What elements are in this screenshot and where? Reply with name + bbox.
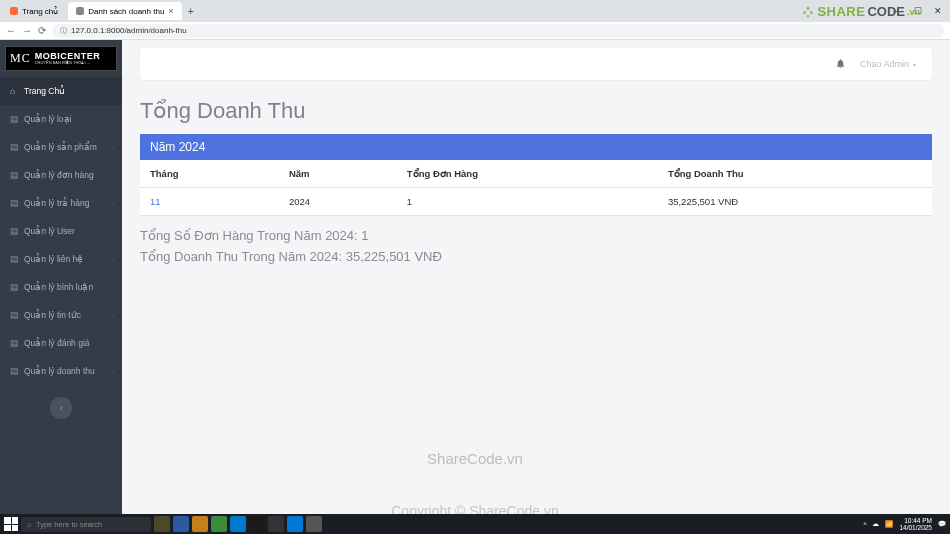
sidebar-item-7[interactable]: ▤Quản lý bình luận› — [0, 273, 122, 301]
chevron-right-icon: › — [112, 172, 114, 178]
sidebar-item-2[interactable]: ▤Quản lý sản phẩm› — [0, 133, 122, 161]
folder-icon: ▤ — [10, 198, 18, 208]
tray-time: 10:44 PM — [899, 517, 932, 524]
recycle-icon — [801, 5, 815, 19]
sidebar-item-9[interactable]: ▤Quản lý đánh giá› — [0, 329, 122, 357]
sidebar-item-label: Quản lý đơn hàng — [24, 170, 94, 180]
folder-icon: ▤ — [10, 142, 18, 152]
address-bar: ← → ⟳ ⓘ 127.0.0.1:8000/admin/doanh-thu — [0, 22, 950, 40]
folder-icon: ▤ — [10, 338, 18, 348]
sidebar-item-label: Quản lý doanh thu — [24, 366, 95, 376]
tray-cloud-icon[interactable]: ☁ — [872, 520, 879, 528]
new-tab-button[interactable]: + — [182, 5, 200, 17]
task-icon[interactable] — [211, 516, 227, 532]
chevron-right-icon: › — [112, 368, 114, 374]
sidebar-item-label: Quản lý User — [24, 226, 75, 236]
greeting-text: Chào Admin — [860, 59, 909, 69]
close-icon[interactable]: × — [168, 6, 173, 16]
sidebar-item-label: Quản lý liên hệ — [24, 254, 83, 264]
logo-sub: CHUYÊN BÁN ĐIỆN THOẠI ... — [35, 61, 101, 65]
sidebar-item-3[interactable]: ▤Quản lý đơn hàng› — [0, 161, 122, 189]
app-shell: MC MOBICENTER CHUYÊN BÁN ĐIỆN THOẠI ... … — [0, 40, 950, 514]
system-tray[interactable]: ^ ☁ 📶 10:44 PM 14/01/2025 💬 — [863, 517, 946, 531]
cell-orders: 1 — [397, 188, 658, 216]
sidebar-item-5[interactable]: ▤Quản lý User› — [0, 217, 122, 245]
close-window-button[interactable]: ✕ — [934, 6, 942, 16]
sidebar-item-label: Trang Chủ — [24, 86, 65, 96]
tab-title: Danh sách doanh thu — [88, 7, 164, 16]
tab-favicon — [76, 7, 84, 15]
bell-icon[interactable] — [835, 58, 846, 71]
sidebar-item-1[interactable]: ▤Quản lý loại› — [0, 105, 122, 133]
table-row: 112024135,225,501 VNĐ — [140, 188, 932, 216]
start-button[interactable] — [4, 517, 18, 531]
chevron-right-icon: › — [112, 256, 114, 262]
folder-icon: ▤ — [10, 170, 18, 180]
back-button[interactable]: ← — [6, 25, 16, 36]
task-icon[interactable] — [230, 516, 246, 532]
sidebar-item-label: Quản lý trả hàng — [24, 198, 89, 208]
search-icon: ⌕ — [27, 520, 32, 529]
task-icon[interactable] — [268, 516, 284, 532]
watermark-logo: SHARECODE.vn — [801, 4, 920, 19]
folder-icon: ▤ — [10, 226, 18, 236]
content: Chào Admin ▾ Tổng Doanh Thu Năm 2024 Thá… — [122, 40, 950, 514]
year-header: Năm 2024 — [140, 134, 932, 160]
sidebar-item-label: Quản lý đánh giá — [24, 338, 90, 348]
sidebar-item-4[interactable]: ▤Quản lý trả hàng› — [0, 189, 122, 217]
task-icon[interactable] — [249, 516, 265, 532]
folder-icon: ⌂ — [10, 86, 18, 96]
tray-date: 14/01/2025 — [899, 524, 932, 531]
task-icon[interactable] — [154, 516, 170, 532]
sidebar-item-label: Quản lý sản phẩm — [24, 142, 97, 152]
cell-year: 2024 — [279, 188, 397, 216]
browser-tab-2[interactable]: Danh sách doanh thu × — [68, 2, 181, 20]
task-icon[interactable] — [287, 516, 303, 532]
browser-tab-1[interactable]: Trang chủ — [2, 2, 66, 20]
info-icon: ⓘ — [60, 26, 67, 36]
task-icon[interactable] — [192, 516, 208, 532]
chevron-right-icon: › — [112, 200, 114, 206]
sidebar-item-0[interactable]: ⌂Trang Chủ — [0, 77, 122, 105]
search-placeholder: Type here to search — [36, 520, 102, 529]
summary-revenue: Tổng Doanh Thu Trong Năm 2024: 35,225,50… — [140, 247, 932, 268]
tray-wifi-icon[interactable]: 📶 — [885, 520, 893, 528]
chevron-right-icon: › — [112, 144, 114, 150]
topbar: Chào Admin ▾ — [140, 48, 932, 80]
tray-chevron-icon[interactable]: ^ — [863, 521, 866, 528]
forward-button[interactable]: → — [22, 25, 32, 36]
sidebar-item-8[interactable]: ▤Quản lý tin tức› — [0, 301, 122, 329]
sidebar-item-label: Quản lý loại — [24, 114, 71, 124]
logo[interactable]: MC MOBICENTER CHUYÊN BÁN ĐIỆN THOẠI ... — [5, 46, 117, 71]
summary: Tổng Số Đơn Hàng Trong Năm 2024: 1 Tổng … — [140, 226, 932, 268]
task-icon[interactable] — [173, 516, 189, 532]
folder-icon: ▤ — [10, 366, 18, 376]
summary-orders: Tổng Số Đơn Hàng Trong Năm 2024: 1 — [140, 226, 932, 247]
watermark-code: CODE — [867, 4, 905, 19]
sidebar-item-label: Quản lý tin tức — [24, 310, 81, 320]
sidebar-item-10[interactable]: ▤Quản lý doanh thu› — [0, 357, 122, 385]
url-text: 127.0.0.1:8000/admin/doanh-thu — [71, 26, 187, 35]
tray-clock[interactable]: 10:44 PM 14/01/2025 — [899, 517, 932, 531]
folder-icon: ▤ — [10, 114, 18, 124]
task-icon[interactable] — [306, 516, 322, 532]
cell-revenue: 35,225,501 VNĐ — [658, 188, 932, 216]
chevron-down-icon: ▾ — [913, 61, 916, 68]
sidebar-collapse-button[interactable]: ‹ — [50, 397, 72, 419]
tray-notif-icon[interactable]: 💬 — [938, 520, 946, 528]
folder-icon: ▤ — [10, 310, 18, 320]
tab-title: Trang chủ — [22, 7, 58, 16]
taskbar-search[interactable]: ⌕ Type here to search — [21, 517, 151, 532]
sidebar: MC MOBICENTER CHUYÊN BÁN ĐIỆN THOẠI ... … — [0, 40, 122, 514]
col-year: Năm — [279, 160, 397, 188]
chevron-right-icon: › — [112, 312, 114, 318]
url-field[interactable]: ⓘ 127.0.0.1:8000/admin/doanh-thu — [52, 24, 944, 38]
sidebar-item-6[interactable]: ▤Quản lý liên hệ› — [0, 245, 122, 273]
cell-month[interactable]: 11 — [140, 188, 279, 216]
logo-mc: MC — [10, 51, 31, 66]
reload-button[interactable]: ⟳ — [38, 25, 46, 36]
chevron-right-icon: › — [112, 284, 114, 290]
page-title: Tổng Doanh Thu — [140, 98, 932, 124]
user-greeting[interactable]: Chào Admin ▾ — [860, 59, 916, 69]
chevron-right-icon: › — [112, 116, 114, 122]
